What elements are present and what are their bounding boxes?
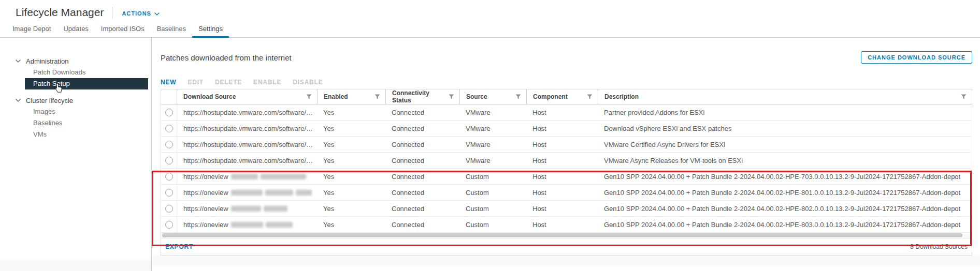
description-cell: Download vSphere ESXi and ESX patches	[598, 121, 972, 136]
sidebar-item-images[interactable]: Images	[0, 106, 151, 117]
funnel-icon[interactable]	[449, 94, 454, 99]
redacted-url-segment	[231, 222, 263, 228]
description-cell: Gen10 SPP 2024.04.00.00 + Patch Bundle 2…	[598, 185, 972, 200]
table-body: https://hostupdate.vmware.com/software/……	[161, 104, 972, 233]
column-header-description[interactable]: Description	[598, 89, 972, 104]
redacted-url-segment	[231, 174, 258, 179]
sidebar-section-administration: AdministrationPatch DownloadsPatch Setup	[0, 55, 151, 89]
download-source-cell: https://hostupdate.vmware.com/software/…	[177, 153, 317, 168]
source-cell: VMware	[459, 137, 526, 152]
table-row[interactable]: https://hostupdate.vmware.com/software/……	[161, 137, 972, 153]
table-header-row: Download SourceEnabledConnectivity Statu…	[161, 89, 972, 104]
download-source-cell: https://hostupdate.vmware.com/software/…	[177, 121, 317, 136]
column-header-source[interactable]: Source	[459, 89, 526, 104]
tab-image-depot[interactable]: Image Depot	[6, 25, 57, 37]
tab-bar: Image DepotUpdatesImported ISOsBaselines…	[0, 25, 980, 38]
actions-label: ACTIONS	[122, 10, 151, 17]
column-header-label: Source	[466, 93, 487, 100]
row-radio-button[interactable]	[165, 109, 173, 116]
export-button[interactable]: EXPORT	[165, 243, 193, 250]
sidebar-item-vms[interactable]: VMs	[0, 129, 151, 140]
tab-settings[interactable]: Settings	[192, 25, 229, 37]
row-radio-button[interactable]	[165, 157, 173, 164]
row-radio-cell	[161, 217, 177, 232]
row-radio-button[interactable]	[165, 189, 173, 197]
column-header-enabled[interactable]: Enabled	[317, 89, 385, 104]
funnel-icon[interactable]	[515, 94, 521, 99]
download-source-cell: https://oneview	[177, 201, 317, 216]
horizontal-scrollbar[interactable]	[161, 233, 972, 238]
component-cell: Host	[526, 153, 598, 168]
column-header-label: Enabled	[324, 93, 348, 100]
row-radio-cell	[161, 104, 177, 120]
enabled-cell: Yes	[317, 201, 385, 216]
component-cell: Host	[526, 217, 598, 232]
connectivity-status-cell: Connected	[385, 201, 459, 216]
row-radio-button[interactable]	[165, 141, 173, 148]
chevron-down-icon	[16, 59, 21, 63]
column-header-download-source[interactable]: Download Source	[177, 89, 317, 104]
column-header-label: Connectivity Status	[392, 89, 449, 104]
lifecycle-manager-page: Lifecycle Manager ACTIONS Image DepotUpd…	[0, 0, 980, 271]
row-radio-button[interactable]	[165, 221, 173, 229]
table-row[interactable]: https://hostupdate.vmware.com/software/……	[161, 121, 972, 137]
row-radio-button[interactable]	[165, 205, 173, 213]
table-row[interactable]: https://hostupdate.vmware.com/software/……	[161, 153, 972, 169]
section-title: Patches downloaded from the internet	[161, 53, 292, 62]
connectivity-status-cell: Connected	[385, 169, 459, 184]
tab-updates[interactable]: Updates	[57, 25, 94, 37]
funnel-icon[interactable]	[374, 94, 380, 99]
enabled-cell: Yes	[317, 104, 385, 120]
main-title-row: Patches downloaded from the internet CHA…	[161, 51, 972, 64]
row-radio-cell	[161, 201, 177, 216]
source-cell: Custom	[459, 185, 526, 200]
main-panel: Patches downloaded from the internet CHA…	[152, 38, 980, 271]
description-cell: VMware Async Releases for VM-tools on ES…	[598, 153, 972, 168]
description-cell: Gen10 SPP 2024.04.00.00 + Patch Bundle 2…	[598, 217, 972, 232]
table-row[interactable]: https://oneviewYesConnectedCustomHostGen…	[161, 217, 972, 233]
component-cell: Host	[526, 201, 598, 216]
row-radio-button[interactable]	[165, 173, 173, 180]
sidebar-item-baselines[interactable]: Baselines	[0, 117, 151, 129]
description-cell: Partner provided Addons for ESXi	[598, 104, 972, 120]
sidebar-item-patch-setup[interactable]: Patch Setup	[25, 78, 148, 89]
row-radio-cell	[161, 169, 177, 184]
page-header: Lifecycle Manager ACTIONS	[0, 0, 980, 25]
column-header-connectivity-status[interactable]: Connectivity Status	[385, 89, 459, 104]
scrollbar-thumb[interactable]	[162, 233, 962, 237]
source-cell: VMware	[459, 104, 526, 120]
change-download-source-button[interactable]: CHANGE DOWNLOAD SOURCE	[861, 51, 972, 64]
table-row[interactable]: https://hostupdate.vmware.com/software/……	[161, 104, 972, 121]
download-source-url: https://hostupdate.vmware.com/software/…	[183, 157, 313, 164]
enabled-cell: Yes	[317, 217, 385, 232]
sidebar-item-patch-downloads[interactable]: Patch Downloads	[0, 67, 151, 78]
toolbar-enable-button: ENABLE	[253, 79, 281, 86]
enabled-cell: Yes	[317, 169, 385, 184]
content-layout: AdministrationPatch DownloadsPatch Setup…	[0, 38, 980, 271]
description-cell: VMware Certified Async Drivers for ESXi	[598, 137, 972, 152]
enabled-cell: Yes	[317, 153, 385, 168]
source-cell: Custom	[459, 201, 526, 216]
table-row[interactable]: https://oneviewYesConnectedCustomHostGen…	[161, 185, 972, 201]
sidebar-section-header-administration[interactable]: Administration	[0, 55, 151, 67]
settings-sidebar: AdministrationPatch DownloadsPatch Setup…	[0, 38, 152, 271]
row-radio-button[interactable]	[165, 125, 173, 132]
component-cell: Host	[526, 169, 598, 184]
toolbar-new-button[interactable]: NEW	[161, 79, 176, 86]
enabled-cell: Yes	[317, 185, 385, 200]
table-row[interactable]: https://oneviewYesConnectedCustomHostGen…	[161, 201, 972, 217]
sidebar-section-header-cluster-lifecycle[interactable]: Cluster lifecycle	[0, 95, 151, 106]
tab-imported-isos[interactable]: Imported ISOs	[95, 25, 151, 37]
column-header-component[interactable]: Component	[526, 89, 598, 104]
table-row[interactable]: https://oneviewYesConnectedCustomHostGen…	[161, 169, 972, 185]
tab-baselines[interactable]: Baselines	[151, 25, 192, 37]
column-header-label: Description	[604, 93, 639, 100]
source-cell: VMware	[459, 153, 526, 168]
source-cell: Custom	[459, 217, 526, 232]
funnel-icon[interactable]	[306, 94, 312, 99]
funnel-icon[interactable]	[587, 94, 593, 99]
sidebar-section-label: Administration	[26, 57, 68, 65]
actions-menu-button[interactable]: ACTIONS	[122, 10, 160, 17]
redacted-url-segment	[264, 206, 287, 212]
funnel-icon[interactable]	[961, 94, 967, 99]
